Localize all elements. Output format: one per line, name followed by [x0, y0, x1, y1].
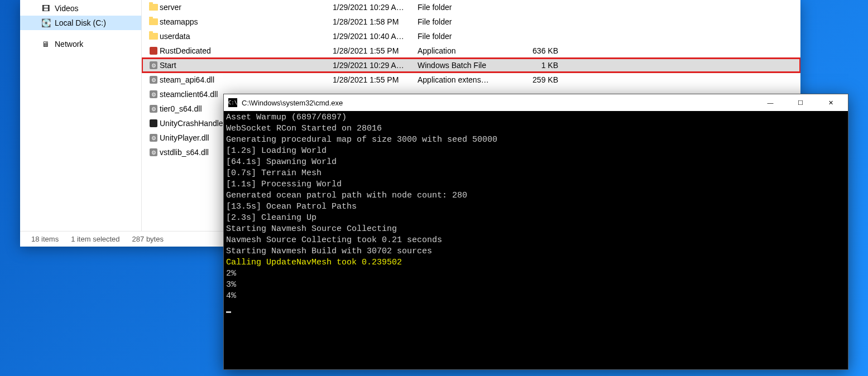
file-size: 1 KB [520, 61, 558, 70]
cmd-line: [1.1s] Processing World [226, 179, 846, 190]
cmd-line: 4% [226, 291, 846, 302]
file-type: Application extens… [418, 75, 520, 84]
cmd-line: Navmesh Source Collecting took 0.21 seco… [226, 235, 846, 246]
file-row[interactable]: steamapps1/28/2021 1:58 PMFile folder [142, 15, 800, 29]
file-row[interactable]: ⚙Start1/29/2021 10:29 A…Windows Batch Fi… [142, 58, 800, 73]
settings-file-icon: ⚙ [147, 105, 160, 113]
minimize-button[interactable]: — [757, 94, 783, 111]
cmd-line: Starting Navmesh Source Collecting [226, 224, 846, 235]
close-button[interactable]: ✕ [818, 94, 843, 111]
settings-file-icon: ⚙ [147, 90, 160, 98]
network-icon: 🖥 [41, 40, 50, 49]
file-date: 1/29/2021 10:29 A… [333, 61, 418, 70]
folder-icon [147, 33, 160, 40]
nav-item-videos[interactable]: 🎞Videos [20, 1, 141, 16]
file-type: Windows Batch File [418, 61, 520, 70]
cmd-line: Generated ocean patrol path with node co… [226, 190, 846, 201]
file-name: userdata [160, 32, 333, 41]
settings-file-icon: ⚙ [147, 61, 160, 69]
file-size: 636 KB [520, 46, 558, 55]
cmd-line: [1.2s] Loading World [226, 146, 846, 157]
cmd-line: Generating procedural map of size 3000 w… [226, 134, 846, 146]
file-date: 1/28/2021 1:58 PM [333, 17, 418, 26]
file-type: File folder [418, 17, 520, 26]
cmd-line: WebSocket RCon Started on 28016 [226, 123, 846, 134]
cmd-line: [2.3s] Cleaning Up [226, 213, 846, 224]
cmd-title-text: C:\Windows\system32\cmd.exe [242, 99, 753, 107]
file-name: Start [160, 61, 333, 70]
nav-item-local-disk-c-[interactable]: 💽Local Disk (C:) [20, 16, 141, 30]
file-date: 1/28/2021 1:55 PM [333, 46, 418, 55]
nav-item-label: Network [55, 40, 83, 49]
cmd-line: 3% [226, 279, 846, 291]
file-name: RustDedicated [160, 46, 333, 55]
cmd-line: [0.7s] Terrain Mesh [226, 168, 846, 179]
status-item-count: 18 items [31, 235, 59, 243]
unity-icon [147, 119, 160, 127]
file-row[interactable]: server1/29/2021 10:29 A…File folder [142, 0, 800, 15]
application-icon [147, 47, 160, 55]
cmd-window: C:\ C:\Windows\system32\cmd.exe — ☐ ✕ As… [223, 94, 848, 370]
cmd-cursor [226, 311, 231, 313]
file-date: 1/29/2021 10:29 A… [333, 3, 418, 12]
file-date: 1/29/2021 10:40 A… [333, 32, 418, 41]
nav-item-label: Local Disk (C:) [55, 18, 106, 27]
folder-icon [147, 4, 160, 11]
cmd-output[interactable]: Asset Warmup (6897/6897)WebSocket RCon S… [224, 111, 848, 369]
file-name: steam_api64.dll [160, 75, 333, 84]
navigation-pane: 🎞Videos💽Local Disk (C:)🖥Network [20, 0, 142, 231]
file-size: 259 KB [520, 75, 558, 84]
status-selection: 1 item selected [71, 235, 119, 243]
file-type: File folder [418, 32, 520, 41]
cmd-line: Starting Navmesh Build with 30702 source… [226, 246, 846, 257]
file-type: File folder [418, 3, 520, 12]
settings-file-icon: ⚙ [147, 148, 160, 156]
settings-file-icon: ⚙ [147, 134, 160, 142]
file-type: Application [418, 46, 520, 55]
cmd-line: [64.1s] Spawning World [226, 157, 846, 168]
file-row[interactable]: userdata1/29/2021 10:40 A…File folder [142, 29, 800, 44]
cmd-title-bar[interactable]: C:\ C:\Windows\system32\cmd.exe — ☐ ✕ [224, 94, 848, 111]
file-name: server [160, 3, 333, 12]
cmd-line: Asset Warmup (6897/6897) [226, 112, 846, 123]
disk-icon: 💽 [41, 18, 50, 27]
file-row[interactable]: ⚙steam_api64.dll1/28/2021 1:55 PMApplica… [142, 73, 800, 87]
maximize-button[interactable]: ☐ [788, 94, 813, 111]
videos-icon: 🎞 [41, 4, 50, 13]
status-size: 287 bytes [132, 235, 164, 243]
folder-icon [147, 18, 160, 25]
cmd-line: 2% [226, 268, 846, 279]
file-name: steamapps [160, 17, 333, 26]
file-date: 1/28/2021 1:55 PM [333, 75, 418, 84]
nav-item-label: Videos [55, 4, 79, 13]
cmd-line: Calling UpdateNavMesh took 0.239502 [226, 257, 846, 268]
settings-file-icon: ⚙ [147, 76, 160, 84]
cmd-line: [13.5s] Ocean Patrol Paths [226, 201, 846, 213]
cmd-icon: C:\ [228, 98, 237, 107]
nav-item-network[interactable]: 🖥Network [20, 37, 141, 51]
file-row[interactable]: RustDedicated1/28/2021 1:55 PMApplicatio… [142, 44, 800, 58]
